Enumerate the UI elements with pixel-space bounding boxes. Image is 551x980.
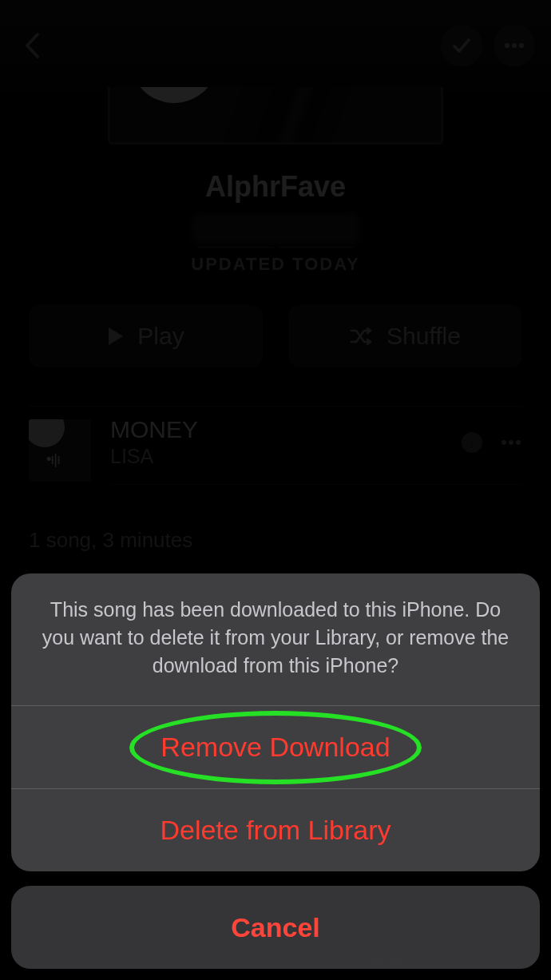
action-sheet: This song has been downloaded to this iP… xyxy=(11,573,540,969)
remove-download-label: Remove Download xyxy=(161,732,390,763)
delete-from-library-button[interactable]: Delete from Library xyxy=(11,788,540,871)
cancel-button[interactable]: Cancel xyxy=(11,886,540,969)
delete-from-library-label: Delete from Library xyxy=(160,815,390,846)
remove-download-button[interactable]: Remove Download xyxy=(11,705,540,788)
action-sheet-message: This song has been downloaded to this iP… xyxy=(11,573,540,705)
cancel-label: Cancel xyxy=(231,912,320,943)
